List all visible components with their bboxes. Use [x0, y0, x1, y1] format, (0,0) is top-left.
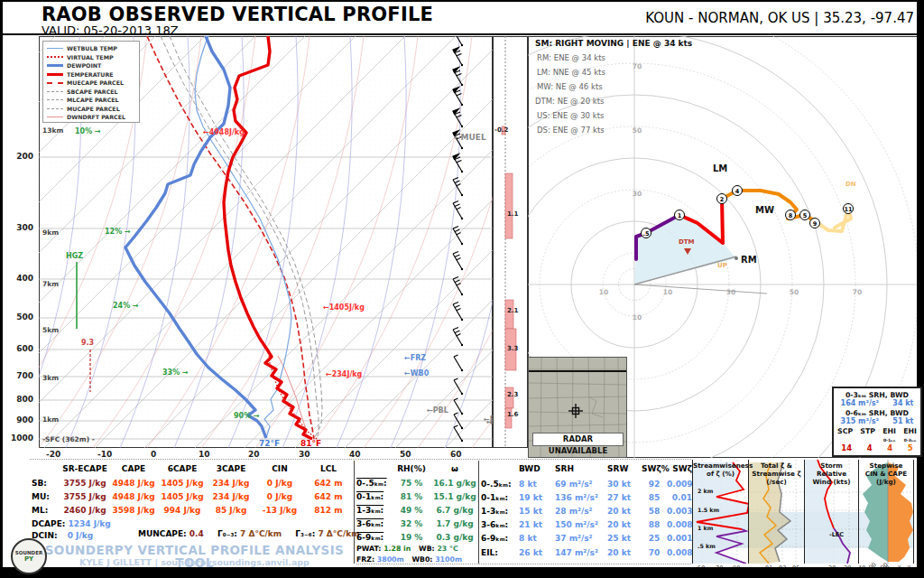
- skewt-legend: WETBULB TEMP VIRTUAL TEMP DEWPOINT TEMPE…: [42, 41, 140, 123]
- height-label: 3km: [42, 375, 59, 382]
- muncape-value: 0.4: [189, 529, 204, 538]
- scp-header: SCP: [837, 427, 853, 443]
- pbl-annotation: ←PBL: [427, 407, 448, 415]
- streamwiseness-panel: Streamwisenessof ζ (%) 2 km 1.5 km 1 km …: [692, 460, 748, 564]
- surface-temp-label: 81°F: [300, 440, 321, 448]
- muecape-legend-swatch: [47, 82, 63, 84]
- kine-row: 3-6ₖₘ: 21 kt 150 m²/s² 20 kt 88 0.008: [481, 520, 692, 529]
- moisture-row: 0-.5ₖₘ: 75 % 16.1 g/kg: [356, 479, 479, 488]
- legend-label: WETBULB TEMP: [67, 45, 117, 51]
- pressure-tick: 200: [10, 153, 33, 161]
- stp-header: STP: [860, 427, 875, 443]
- svg-text:DN: DN: [845, 181, 856, 188]
- table-divider: [478, 461, 479, 564]
- bar-value: -0.2: [494, 127, 508, 134]
- col-header: SRW: [607, 464, 642, 473]
- radar-unavailable-label: RADAR UNAVAILABLE: [532, 433, 624, 446]
- gamma03-label: Γ₀₋₃:: [217, 529, 237, 538]
- cape6-annotation: ←1405J/kg: [323, 304, 365, 312]
- bar-value: 1.1: [507, 211, 518, 218]
- right-border-bar: [917, 0, 924, 578]
- pressure-tick: 500: [10, 313, 33, 322]
- bottom-border-bar: [0, 567, 924, 578]
- kine-row-eil: EIL: 26 kt 147 m²/s² 20 kt 70 0.008: [481, 548, 692, 557]
- dewpoint-legend-swatch: [47, 64, 63, 67]
- rh-annotation: 24% →: [113, 303, 139, 310]
- surface-dewpoint-label: 72°F: [259, 440, 280, 448]
- dcape-value: 1234 J/kg: [69, 519, 111, 528]
- height-label: 9km: [42, 229, 59, 237]
- svg-text:11: 11: [844, 206, 853, 213]
- muncape-gamma-row: MUNCAPE: 0.4 Γ₀₋₃: 7 Δ°C/km Γ₃₋₆: 7 Δ°C/…: [138, 530, 360, 538]
- srh-bwd-03-header: 0-3ₖₘ SRH, BWD: [834, 391, 920, 399]
- srw-annotation: -LEC: [829, 532, 844, 538]
- station-info: KOUN - NORMAN, OK US | 35.23, -97.47: [508, 12, 914, 25]
- storm-motion-us: US: ENE @ 30 kts: [537, 112, 604, 120]
- bar-value: 1.6: [507, 412, 518, 418]
- temp-axis-tick: 0: [151, 451, 156, 459]
- dwndrft-legend-swatch: [47, 117, 63, 117]
- table-row-sb: SB: 3755 J/kg 4948 J/kg 1405 J/kg 234 J/…: [32, 479, 353, 488]
- storm-motion-mw: MW: NE @ 46 kts: [537, 83, 603, 91]
- svg-text:LM: LM: [713, 163, 727, 173]
- col-header: SR-ECAPE: [60, 464, 109, 473]
- pressure-tick: 1000: [10, 434, 33, 443]
- legend-label: MUCAPE PARCEL: [67, 106, 120, 112]
- srh-06-value: 315 m²/s²: [841, 417, 880, 425]
- col-header: SWζ%: [642, 464, 667, 473]
- col-header: BWD: [519, 464, 555, 473]
- legend-label: MLCAPE PARCEL: [67, 97, 119, 103]
- sbcape-legend-swatch: [47, 91, 63, 92]
- figure-paper: RAOB OBSERVED VERTICAL PROFILE VALID: 05…: [3, 2, 917, 567]
- pressure-tick: 400: [10, 275, 33, 283]
- col-header: SWζ: [667, 464, 692, 473]
- muncape-label: MUNCAPE:: [138, 529, 187, 538]
- moisture-row: 3-6ₖₘ: 32 % 1.7 g/kg: [356, 519, 479, 528]
- svg-text:1: 1: [678, 212, 682, 219]
- svg-text:2: 2: [720, 196, 725, 203]
- storm-motion-dtm: DTM: NE @ 20 kts: [535, 98, 604, 106]
- srh-03-value: 164 m²/s²: [841, 399, 880, 407]
- wb0-annotation: ←WB0: [404, 370, 429, 378]
- dcape-row: DCAPE: 1234 J/kg: [32, 520, 111, 528]
- legend-label: TEMPERATURE: [67, 71, 114, 78]
- bwd-03-value: 34 kt: [892, 399, 913, 407]
- bar-value: 2.1: [507, 308, 518, 314]
- storm-motion-ds: DS: ENE @ 77 kts: [537, 126, 605, 135]
- srw-panel: Storm RelativeWind (kts) -LEC: [804, 460, 858, 564]
- svg-text:RM: RM: [741, 255, 757, 265]
- layer-bars-plot: [493, 36, 528, 448]
- pressure-tick: 600: [10, 345, 33, 353]
- virtual-temp-legend-swatch: [47, 56, 63, 58]
- srh-bwd-06-header: 0-6ₖₘ SRH, BWD: [834, 409, 920, 417]
- svg-text:70: 70: [853, 288, 862, 296]
- kine-row: 1-3ₖₘ: 15 kt 28 m²/s² 20 kt 58 0.003: [481, 507, 692, 516]
- moisture-row: 1-3ₖₘ: 49 % 6.7 g/kg: [356, 506, 479, 515]
- col-header: 6CAPE: [158, 464, 207, 473]
- stepwise-cape-panel: StepwiseCIN & CAPE(J/kg): [858, 460, 914, 564]
- moisture-row: 6-9ₖₘ: 19 % 0.3 g/kg: [356, 533, 479, 542]
- svg-text:.5: .5: [643, 230, 650, 238]
- svg-text:DTM: DTM: [679, 238, 695, 246]
- svg-text:4: 4: [735, 188, 740, 195]
- storm-motion-rm: RM: ENE @ 34 kts: [537, 54, 605, 62]
- wb0-label: WB0:: [411, 555, 432, 564]
- bar-value: 2.3: [507, 392, 518, 398]
- moisture-header-row: RH(%) ω: [356, 464, 479, 473]
- station-crosshair: [568, 404, 583, 418]
- ehi1-value: 4: [887, 443, 892, 452]
- tables-top-rule: [30, 459, 691, 460]
- mucape-legend-swatch: [47, 108, 63, 109]
- svg-text:8: 8: [789, 212, 793, 219]
- rh-annotation: 12% →: [105, 228, 131, 236]
- storm-motion-lm: LM: NNE @ 45 kts: [537, 69, 605, 77]
- dcin-row: DCIN: 0 J/kg: [32, 532, 93, 540]
- brand-credit[interactable]: KYLE J GILLETT | sounderpysoundings.anvi…: [34, 558, 355, 567]
- sfc-height-label: -SFC (362m) -: [42, 436, 95, 443]
- pwat-label: PWAT:: [356, 545, 381, 553]
- height-label: 7km: [42, 281, 59, 288]
- pressure-tick: 800: [10, 396, 33, 404]
- wb-label: WB:: [419, 545, 435, 553]
- mlcape-legend-swatch: [47, 99, 63, 100]
- header-rule: [3, 33, 917, 35]
